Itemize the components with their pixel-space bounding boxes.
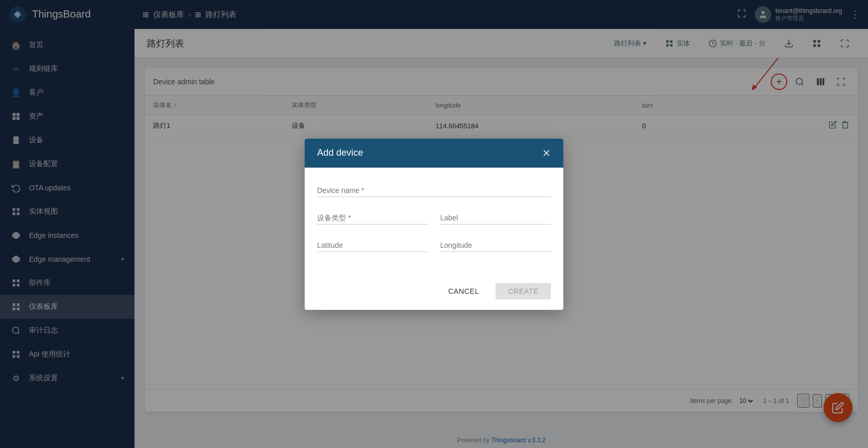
dialog-close-button[interactable]: ✕ xyxy=(542,147,551,159)
label-field xyxy=(440,212,551,225)
modal-overlay[interactable]: Add device ✕ xyxy=(0,0,868,448)
dialog-title: Add device xyxy=(317,147,363,158)
cancel-button[interactable]: Cancel xyxy=(436,283,491,300)
dialog-body xyxy=(305,168,563,279)
longitude-input[interactable] xyxy=(440,239,551,252)
latitude-input[interactable] xyxy=(317,239,428,252)
device-type-field xyxy=(317,212,428,225)
device-type-input[interactable] xyxy=(317,212,428,225)
dialog-header: Add device ✕ xyxy=(305,139,563,168)
latitude-field xyxy=(317,239,428,252)
longitude-field xyxy=(440,239,551,252)
type-label-row xyxy=(317,212,551,239)
device-name-input[interactable] xyxy=(317,184,551,197)
add-device-dialog: Add device ✕ xyxy=(305,139,563,310)
dialog-footer: Cancel Create xyxy=(305,279,563,310)
lat-lng-row xyxy=(317,239,551,266)
label-input[interactable] xyxy=(440,212,551,225)
device-name-field xyxy=(317,184,551,197)
create-button[interactable]: Create xyxy=(496,283,551,300)
